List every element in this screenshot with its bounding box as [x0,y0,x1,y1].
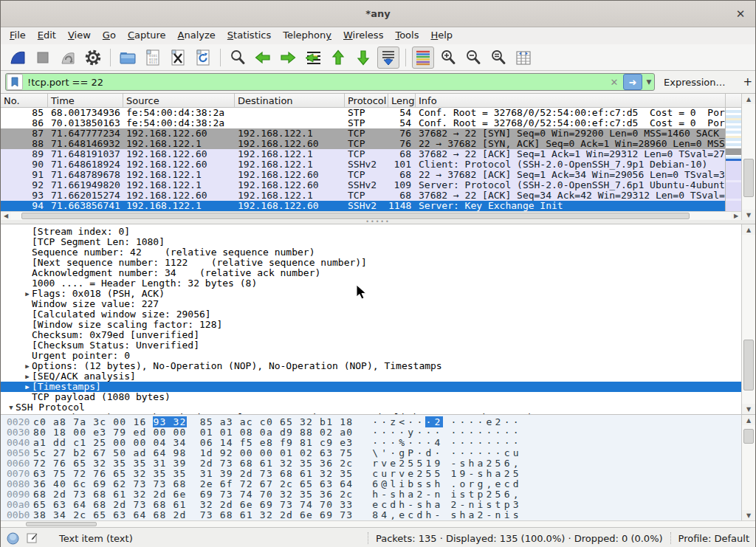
detail-line[interactable]: [Checksum Status: Unverified] [1,340,741,351]
packet-row-94[interactable]: 9471.663856741192.168.122.1192.168.122.6… [1,201,741,211]
zoom-in-button[interactable] [437,47,459,69]
detail-line[interactable]: 1000 .... = Header Length: 32 bytes (8) [1,278,741,289]
packet-row-85[interactable]: 8568.001734936fe:54:00:d4:38:2aSTP54Conf… [1,108,741,118]
scroll-down-icon[interactable]: ▼ [742,404,755,414]
intelligent-scrollbar-minimap[interactable] [725,108,741,211]
column-header-destination[interactable]: Destination [235,94,345,107]
reload-file-button[interactable] [192,47,214,69]
column-header-no[interactable]: No. [1,94,48,107]
hex-row-00b0[interactable]: 00b038 34 2c 65 63 64 68 2d73 68 61 32 2… [1,510,741,520]
scroll-up-icon[interactable]: ▲ [742,224,755,235]
hscroll-thumb[interactable] [21,213,690,219]
hex-row-0090[interactable]: 009068 2d 73 68 61 32 2d 6e69 73 74 70 3… [1,489,741,500]
detail-line[interactable]: [Window size scaling factor: 128] [1,320,741,330]
find-packet-button[interactable] [227,47,249,69]
hex-row-0070[interactable]: 007063 75 72 76 65 32 35 3531 39 2d 73 6… [1,469,741,479]
detail-line[interactable]: ▶Options: (12 bytes), No-Operation (NOP)… [1,361,741,371]
go-to-packet-button[interactable] [302,47,324,69]
scroll-left-icon[interactable]: ◀ [1,212,11,220]
hex-row-0040[interactable]: 0040a1 dd c1 25 00 00 04 3406 14 f5 e8 f… [1,438,741,448]
packet-row-88[interactable]: 8871.648146932192.168.122.1192.168.122.6… [1,139,741,149]
packet-row-91[interactable]: 9171.648789678192.168.122.1192.168.122.6… [1,170,741,180]
scroll-down-icon[interactable]: ▼ [742,210,755,220]
menu-go[interactable]: Go [97,27,122,44]
column-header-length[interactable]: Length [388,94,416,107]
capture-options-button[interactable] [82,47,104,69]
vscroll-thumb[interactable] [743,340,754,391]
column-header-source[interactable]: Source [123,94,235,107]
menu-telephony[interactable]: Telephony [277,27,337,44]
hex-dump[interactable]: 0020c0 a8 7a 3c 00 16 93 3285 a3 ac c0 6… [1,415,741,520]
expert-info-icon[interactable] [7,532,19,545]
menu-capture[interactable]: Capture [122,27,172,44]
packet-row-90[interactable]: 9071.648618924192.168.122.60192.168.122.… [1,159,741,170]
save-file-button[interactable]: 010101100111 [142,47,164,69]
go-forward-button[interactable] [277,47,299,69]
detail-line[interactable]: ▶[SEQ/ACK analysis] [1,371,741,382]
clear-filter-button[interactable]: ✕ [607,74,622,90]
hex-row-0050[interactable]: 00505c 27 b2 67 50 ad 64 981d 92 00 00 0… [1,448,741,458]
menu-statistics[interactable]: Statistics [221,27,277,44]
scroll-up-icon[interactable]: ▲ [742,415,755,425]
colorize-packets-button[interactable] [412,47,434,69]
hscroll-thumb[interactable] [26,522,97,526]
packet-row-87[interactable]: 8771.647777234192.168.122.60192.168.122.… [1,128,741,139]
menu-tools[interactable]: Tools [389,27,425,44]
detail-line[interactable]: [TCP Segment Len: 1080] [1,237,741,247]
vscroll-thumb[interactable] [743,429,754,444]
packet-row-89[interactable]: 8971.648191037192.168.122.60192.168.122.… [1,149,741,159]
display-filter-box[interactable]: ✕ ➜ ▼ [5,73,655,91]
resize-columns-button[interactable] [512,47,535,69]
detail-line[interactable]: ▶Flags: 0x018 (PSH, ACK) [1,289,741,299]
hex-hscrollbar[interactable] [1,520,755,527]
menu-analyze[interactable]: Analyze [172,27,221,44]
detail-line[interactable]: TCP payload (1080 bytes) [1,392,741,402]
hex-vscrollbar[interactable]: ▲ ▼ [741,415,755,520]
detail-line[interactable]: Window size value: 227 [1,299,741,309]
detail-line[interactable]: [Next sequence number: 1122 (relative se… [1,258,741,268]
go-first-packet-button[interactable] [327,47,349,69]
hex-row-0030[interactable]: 003080 18 00 e3 79 ed 00 0001 01 08 0a d… [1,427,741,438]
vscroll-thumb[interactable] [743,159,754,196]
column-header-info[interactable]: Info [416,94,726,107]
close-file-button[interactable] [167,47,189,69]
hex-row-0060[interactable]: 006072 76 65 32 35 35 31 392d 73 68 61 3… [1,458,741,469]
column-header-time[interactable]: Time [48,94,123,107]
hex-row-0020[interactable]: 0020c0 a8 7a 3c 00 16 93 3285 a3 ac c0 6… [1,417,741,427]
packet-list-hscrollbar[interactable]: ◀ ▶ [1,211,741,220]
zoom-out-button[interactable] [462,47,484,69]
add-filter-button[interactable]: + [743,75,753,89]
expander-right-icon[interactable]: ▶ [23,382,32,392]
scroll-up-icon[interactable]: ▲ [742,94,755,104]
title-bar[interactable]: *any ✕ [1,1,755,27]
apply-filter-button[interactable]: ➜ [623,74,642,90]
detail-line[interactable]: [Calculated window size: 29056] [1,309,741,320]
detail-line[interactable]: ▶[Timestamps] [1,382,741,392]
scroll-right-icon[interactable]: ▶ [731,212,741,220]
column-header-protocol[interactable]: Protocol [345,94,388,107]
packet-row-93[interactable]: 9371.662015274192.168.122.60192.168.122.… [1,190,741,201]
menu-wireless[interactable]: Wireless [337,27,389,44]
expander-right-icon[interactable]: ▶ [23,371,32,382]
expander-right-icon[interactable]: ▶ [23,289,32,299]
auto-scroll-button[interactable] [377,47,399,69]
filter-bookmark-button[interactable] [7,74,23,90]
restart-capture-button[interactable] [57,47,79,69]
detail-line[interactable]: Acknowledgment number: 34 (relative ack … [1,268,741,278]
stop-capture-button[interactable] [32,47,54,69]
scroll-down-icon[interactable]: ▼ [742,510,755,520]
expander-right-icon[interactable]: ▶ [23,361,32,371]
details-vscrollbar[interactable]: ▲ ▼ [741,224,755,414]
menu-help[interactable]: Help [425,27,458,44]
detail-line[interactable]: [Stream index: 0] [1,227,741,237]
menu-view[interactable]: View [62,27,97,44]
start-capture-button[interactable] [7,47,29,69]
detail-line[interactable]: Sequence number: 42 (relative sequence n… [1,247,741,258]
capture-comment-icon[interactable] [27,532,38,544]
go-last-packet-button[interactable] [352,47,374,69]
filter-history-dropdown[interactable]: ▼ [644,74,654,90]
expander-down-icon[interactable]: ▼ [7,402,16,413]
detail-line[interactable]: Checksum: 0x79ed [unverified] [1,330,741,340]
display-filter-input[interactable] [24,77,607,88]
detail-line[interactable]: Urgent pointer: 0 [1,351,741,361]
